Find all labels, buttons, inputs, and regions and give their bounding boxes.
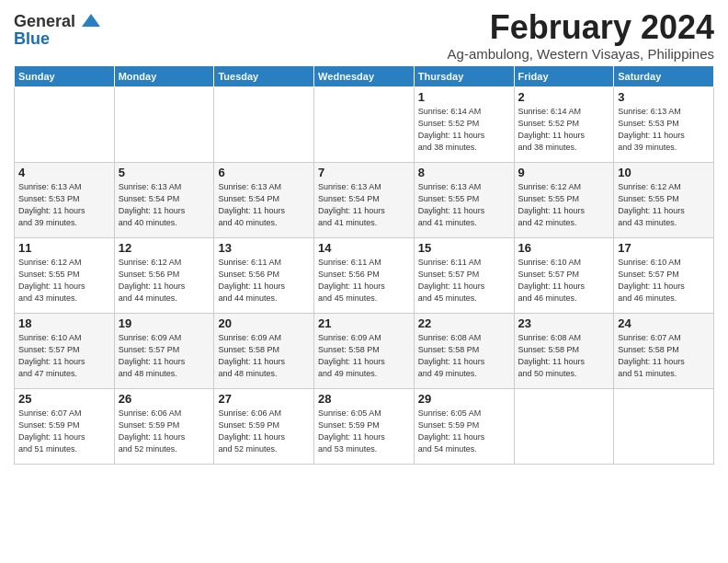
calendar-cell: 9Sunrise: 6:12 AM Sunset: 5:55 PM Daylig… bbox=[514, 162, 614, 237]
calendar-cell: 15Sunrise: 6:11 AM Sunset: 5:57 PM Dayli… bbox=[414, 237, 514, 313]
day-number: 15 bbox=[418, 241, 510, 255]
calendar-cell: 25Sunrise: 6:07 AM Sunset: 5:59 PM Dayli… bbox=[15, 388, 115, 464]
logo-blue-text: Blue bbox=[14, 30, 50, 47]
day-detail: Sunrise: 6:05 AM Sunset: 5:59 PM Dayligh… bbox=[318, 408, 410, 455]
calendar-header-friday: Friday bbox=[514, 65, 614, 86]
calendar-week-2: 4Sunrise: 6:13 AM Sunset: 5:53 PM Daylig… bbox=[15, 162, 714, 237]
day-detail: Sunrise: 6:13 AM Sunset: 5:53 PM Dayligh… bbox=[618, 106, 710, 154]
day-detail: Sunrise: 6:13 AM Sunset: 5:53 PM Dayligh… bbox=[18, 181, 110, 229]
calendar-cell: 20Sunrise: 6:09 AM Sunset: 5:58 PM Dayli… bbox=[214, 313, 314, 388]
day-number: 14 bbox=[318, 241, 410, 255]
calendar-cell bbox=[314, 86, 415, 162]
calendar-table: SundayMondayTuesdayWednesdayThursdayFrid… bbox=[14, 65, 714, 465]
calendar-header-saturday: Saturday bbox=[614, 65, 714, 86]
calendar-header-wednesday: Wednesday bbox=[314, 65, 415, 86]
day-number: 28 bbox=[318, 392, 410, 406]
calendar-cell: 3Sunrise: 6:13 AM Sunset: 5:53 PM Daylig… bbox=[614, 86, 714, 162]
day-number: 3 bbox=[618, 90, 710, 104]
day-number: 12 bbox=[119, 241, 210, 255]
calendar-cell: 21Sunrise: 6:09 AM Sunset: 5:58 PM Dayli… bbox=[314, 313, 415, 388]
calendar-week-5: 25Sunrise: 6:07 AM Sunset: 5:59 PM Dayli… bbox=[15, 388, 714, 464]
svg-marker-0 bbox=[82, 14, 100, 27]
day-detail: Sunrise: 6:13 AM Sunset: 5:54 PM Dayligh… bbox=[318, 181, 410, 229]
title-block: February 2024 Ag-ambulong, Western Visay… bbox=[448, 9, 714, 62]
location-subtitle: Ag-ambulong, Western Visayas, Philippine… bbox=[448, 46, 714, 62]
calendar-cell: 26Sunrise: 6:06 AM Sunset: 5:59 PM Dayli… bbox=[114, 388, 214, 464]
calendar-cell: 12Sunrise: 6:12 AM Sunset: 5:56 PM Dayli… bbox=[114, 237, 214, 313]
calendar-week-3: 11Sunrise: 6:12 AM Sunset: 5:55 PM Dayli… bbox=[15, 237, 714, 313]
logo: General Blue bbox=[14, 9, 100, 47]
day-number: 20 bbox=[218, 316, 310, 330]
day-number: 4 bbox=[18, 166, 110, 179]
calendar-cell: 6Sunrise: 6:13 AM Sunset: 5:54 PM Daylig… bbox=[214, 162, 314, 237]
calendar-cell: 11Sunrise: 6:12 AM Sunset: 5:55 PM Dayli… bbox=[15, 237, 115, 313]
day-detail: Sunrise: 6:11 AM Sunset: 5:56 PM Dayligh… bbox=[218, 257, 310, 304]
calendar-cell: 8Sunrise: 6:13 AM Sunset: 5:55 PM Daylig… bbox=[414, 162, 514, 237]
day-number: 16 bbox=[518, 241, 610, 255]
calendar-cell: 28Sunrise: 6:05 AM Sunset: 5:59 PM Dayli… bbox=[314, 388, 415, 464]
day-number: 1 bbox=[418, 90, 510, 104]
calendar-cell: 17Sunrise: 6:10 AM Sunset: 5:57 PM Dayli… bbox=[614, 237, 714, 313]
day-number: 19 bbox=[119, 316, 210, 330]
day-number: 23 bbox=[518, 316, 610, 330]
calendar-cell bbox=[15, 86, 115, 162]
day-number: 25 bbox=[18, 392, 110, 406]
calendar-header-thursday: Thursday bbox=[414, 65, 514, 86]
calendar-cell: 18Sunrise: 6:10 AM Sunset: 5:57 PM Dayli… bbox=[15, 313, 115, 388]
day-number: 21 bbox=[318, 316, 410, 330]
calendar-cell: 24Sunrise: 6:07 AM Sunset: 5:58 PM Dayli… bbox=[614, 313, 714, 388]
day-number: 29 bbox=[418, 392, 510, 406]
day-detail: Sunrise: 6:12 AM Sunset: 5:55 PM Dayligh… bbox=[618, 181, 710, 229]
day-detail: Sunrise: 6:08 AM Sunset: 5:58 PM Dayligh… bbox=[518, 332, 610, 380]
day-number: 18 bbox=[18, 316, 110, 330]
day-detail: Sunrise: 6:08 AM Sunset: 5:58 PM Dayligh… bbox=[418, 332, 510, 380]
calendar-header-sunday: Sunday bbox=[15, 65, 115, 86]
logo-general-text: General bbox=[14, 12, 75, 30]
day-detail: Sunrise: 6:09 AM Sunset: 5:57 PM Dayligh… bbox=[119, 332, 210, 380]
day-number: 27 bbox=[218, 392, 310, 406]
day-detail: Sunrise: 6:12 AM Sunset: 5:55 PM Dayligh… bbox=[18, 257, 110, 304]
calendar-cell: 16Sunrise: 6:10 AM Sunset: 5:57 PM Dayli… bbox=[514, 237, 614, 313]
calendar-cell: 27Sunrise: 6:06 AM Sunset: 5:59 PM Dayli… bbox=[214, 388, 314, 464]
logo-icon bbox=[82, 14, 100, 27]
calendar-cell: 4Sunrise: 6:13 AM Sunset: 5:53 PM Daylig… bbox=[15, 162, 115, 237]
day-detail: Sunrise: 6:10 AM Sunset: 5:57 PM Dayligh… bbox=[518, 257, 610, 304]
day-number: 9 bbox=[518, 166, 610, 179]
day-number: 5 bbox=[119, 166, 210, 179]
day-detail: Sunrise: 6:11 AM Sunset: 5:57 PM Dayligh… bbox=[418, 257, 510, 304]
calendar-cell: 23Sunrise: 6:08 AM Sunset: 5:58 PM Dayli… bbox=[514, 313, 614, 388]
day-number: 13 bbox=[218, 241, 310, 255]
day-number: 11 bbox=[18, 241, 110, 255]
calendar-cell: 2Sunrise: 6:14 AM Sunset: 5:52 PM Daylig… bbox=[514, 86, 614, 162]
day-detail: Sunrise: 6:12 AM Sunset: 5:55 PM Dayligh… bbox=[518, 181, 610, 229]
calendar-cell bbox=[614, 388, 714, 464]
calendar-cell: 7Sunrise: 6:13 AM Sunset: 5:54 PM Daylig… bbox=[314, 162, 415, 237]
calendar-header-tuesday: Tuesday bbox=[214, 65, 314, 86]
day-detail: Sunrise: 6:05 AM Sunset: 5:59 PM Dayligh… bbox=[418, 408, 510, 455]
day-number: 26 bbox=[119, 392, 210, 406]
day-detail: Sunrise: 6:12 AM Sunset: 5:56 PM Dayligh… bbox=[119, 257, 210, 304]
day-detail: Sunrise: 6:14 AM Sunset: 5:52 PM Dayligh… bbox=[518, 106, 610, 154]
calendar-cell bbox=[514, 388, 614, 464]
day-detail: Sunrise: 6:07 AM Sunset: 5:59 PM Dayligh… bbox=[18, 408, 110, 455]
day-detail: Sunrise: 6:13 AM Sunset: 5:55 PM Dayligh… bbox=[418, 181, 510, 229]
page-header: General Blue February 2024 Ag-ambulong, … bbox=[14, 9, 714, 62]
calendar-week-4: 18Sunrise: 6:10 AM Sunset: 5:57 PM Dayli… bbox=[15, 313, 714, 388]
day-detail: Sunrise: 6:13 AM Sunset: 5:54 PM Dayligh… bbox=[218, 181, 310, 229]
calendar-body: 1Sunrise: 6:14 AM Sunset: 5:52 PM Daylig… bbox=[15, 86, 714, 464]
day-detail: Sunrise: 6:09 AM Sunset: 5:58 PM Dayligh… bbox=[218, 332, 310, 380]
day-detail: Sunrise: 6:10 AM Sunset: 5:57 PM Dayligh… bbox=[618, 257, 710, 304]
day-detail: Sunrise: 6:11 AM Sunset: 5:56 PM Dayligh… bbox=[318, 257, 410, 304]
month-title: February 2024 bbox=[448, 9, 714, 46]
calendar-header-row: SundayMondayTuesdayWednesdayThursdayFrid… bbox=[15, 65, 714, 86]
calendar-cell: 10Sunrise: 6:12 AM Sunset: 5:55 PM Dayli… bbox=[614, 162, 714, 237]
calendar-cell: 1Sunrise: 6:14 AM Sunset: 5:52 PM Daylig… bbox=[414, 86, 514, 162]
day-number: 6 bbox=[218, 166, 310, 179]
calendar-cell bbox=[114, 86, 214, 162]
day-number: 8 bbox=[418, 166, 510, 179]
day-detail: Sunrise: 6:06 AM Sunset: 5:59 PM Dayligh… bbox=[218, 408, 310, 455]
calendar-header-monday: Monday bbox=[114, 65, 214, 86]
calendar-cell: 14Sunrise: 6:11 AM Sunset: 5:56 PM Dayli… bbox=[314, 237, 415, 313]
day-number: 10 bbox=[618, 166, 710, 179]
day-detail: Sunrise: 6:06 AM Sunset: 5:59 PM Dayligh… bbox=[119, 408, 210, 455]
